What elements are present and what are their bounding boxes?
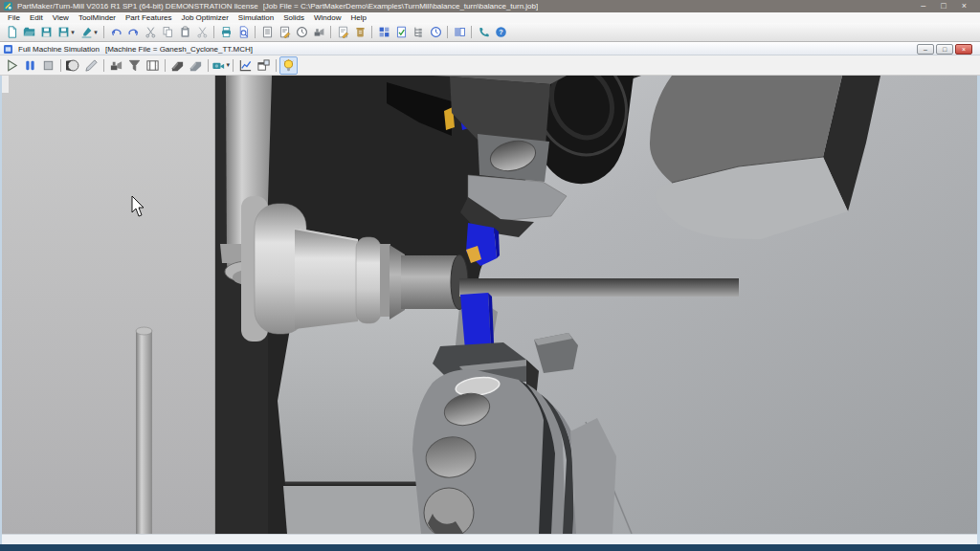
left-door-panel <box>2 76 215 534</box>
measure-sphere-icon[interactable] <box>64 56 82 75</box>
menu-item-edit[interactable]: Edit <box>25 13 48 22</box>
job-report-icon[interactable] <box>258 24 276 40</box>
open-job-icon[interactable] <box>20 24 37 40</box>
simulation-window-titlebar: Full Machine Simulation [Machine File = … <box>0 42 980 55</box>
divide-window-icon[interactable] <box>375 24 392 40</box>
fill-color-icon[interactable] <box>78 24 100 40</box>
compare-windows-icon[interactable] <box>451 24 468 40</box>
menu-item-file[interactable]: File <box>3 13 25 22</box>
toolbar-separator <box>213 26 214 38</box>
save-all-icon[interactable] <box>55 24 78 40</box>
title-bar: PartMaker/Turn-Mill V2016 R1 SP1 (64-bit… <box>0 0 980 12</box>
menu-item-solids[interactable]: Solids <box>278 13 309 22</box>
toolbar-separator <box>255 26 256 38</box>
machine-file-label: [Machine File = Ganesh_Cyclone_TT.MCH] <box>105 45 253 54</box>
copy-icon[interactable] <box>159 24 176 40</box>
job-file-path: [Job File = C:\PartMakerDemo\Examples\Tu… <box>263 2 539 11</box>
simulation-toolbar <box>0 55 980 76</box>
popout-view-icon[interactable] <box>255 56 273 75</box>
app-icon <box>4 2 12 11</box>
minimize-button[interactable]: – <box>921 1 925 11</box>
toolbar-separator <box>208 59 209 72</box>
toolbar-separator <box>276 59 277 72</box>
menu-bar: FileEditViewToolMinderPart FeaturesJob O… <box>0 12 980 23</box>
show-insert-icon[interactable] <box>168 56 187 75</box>
delete-icon[interactable] <box>193 24 211 40</box>
status-bar <box>2 534 977 544</box>
filter-tools-icon[interactable] <box>125 56 144 75</box>
tool-change-icon[interactable] <box>107 56 125 75</box>
play-simulation-icon[interactable] <box>3 56 21 75</box>
menu-item-job-optimizer[interactable]: Job Optimizer <box>177 13 234 22</box>
camera-views-icon[interactable] <box>212 56 230 75</box>
new-job-icon[interactable] <box>3 24 20 40</box>
simulation-window-frame <box>0 76 980 544</box>
simulation-window-icon <box>4 45 12 54</box>
verify-program-icon[interactable] <box>392 24 410 40</box>
support-phone-icon[interactable] <box>475 24 492 40</box>
tool-post-icon[interactable] <box>310 24 327 40</box>
toolbar-separator <box>371 26 372 38</box>
redo-icon[interactable] <box>124 24 142 40</box>
pause-simulation-icon[interactable] <box>21 56 39 75</box>
toolbar-separator <box>471 26 472 38</box>
draw-toolpath-icon[interactable] <box>82 56 100 75</box>
toolbar-separator <box>447 26 448 38</box>
bottom-frame-strip <box>0 544 980 551</box>
application-window: PartMaker/Turn-Mill V2016 R1 SP1 (64-bit… <box>0 0 980 551</box>
toolbar-separator <box>60 59 61 72</box>
menu-item-view[interactable]: View <box>48 13 74 22</box>
window-title: PartMaker/Turn-Mill V2016 R1 SP1 (64-bit… <box>17 2 258 11</box>
print-preview-icon[interactable] <box>234 24 252 40</box>
3d-viewport[interactable] <box>2 76 977 534</box>
child-maximize-button[interactable]: □ <box>936 44 953 55</box>
menu-item-window[interactable]: Window <box>309 13 345 22</box>
close-button[interactable]: × <box>962 1 967 11</box>
save-job-icon[interactable] <box>37 24 55 40</box>
simulation-settings-icon[interactable] <box>144 56 162 75</box>
tool-library-icon[interactable] <box>351 24 368 40</box>
undo-icon[interactable] <box>107 24 124 40</box>
toolbar-separator <box>330 26 331 38</box>
stop-simulation-icon[interactable] <box>39 56 57 75</box>
toolbar-separator <box>103 59 104 72</box>
show-holder-icon[interactable] <box>187 56 205 75</box>
menu-item-toolminder[interactable]: ToolMinder <box>74 13 121 22</box>
lower-turning-tool <box>460 293 491 350</box>
workpiece-bar <box>459 278 739 297</box>
toolbar-separator <box>103 26 104 38</box>
edit-process-icon[interactable] <box>276 24 293 40</box>
child-minimize-button[interactable]: – <box>917 44 934 55</box>
machine-simulation-scene <box>2 76 977 534</box>
menu-item-simulation[interactable]: Simulation <box>234 13 278 22</box>
help-icon[interactable] <box>492 24 509 40</box>
cycle-time-icon[interactable] <box>427 24 444 40</box>
cut-icon[interactable] <box>142 24 159 40</box>
setup-sheet-icon[interactable] <box>334 24 351 40</box>
paste-icon[interactable] <box>176 24 193 40</box>
menu-item-part-features[interactable]: Part Features <box>121 13 176 22</box>
tool-tree-icon[interactable] <box>410 24 427 40</box>
maximize-button[interactable]: □ <box>941 1 946 11</box>
print-icon[interactable] <box>217 24 234 40</box>
toolbar-separator <box>165 59 166 72</box>
panel-highlight <box>2 76 9 93</box>
main-toolbar <box>0 23 980 42</box>
highlight-active-tool-icon[interactable] <box>279 56 298 75</box>
simulation-window-title: Full Machine Simulation <box>18 45 100 54</box>
menu-item-help[interactable]: Help <box>345 13 370 22</box>
bar-stock-rod <box>136 327 152 534</box>
time-estimate-icon[interactable] <box>293 24 310 40</box>
child-close-button[interactable]: × <box>955 44 972 55</box>
toolbar-separator <box>233 59 234 72</box>
time-analysis-icon[interactable] <box>236 56 255 75</box>
